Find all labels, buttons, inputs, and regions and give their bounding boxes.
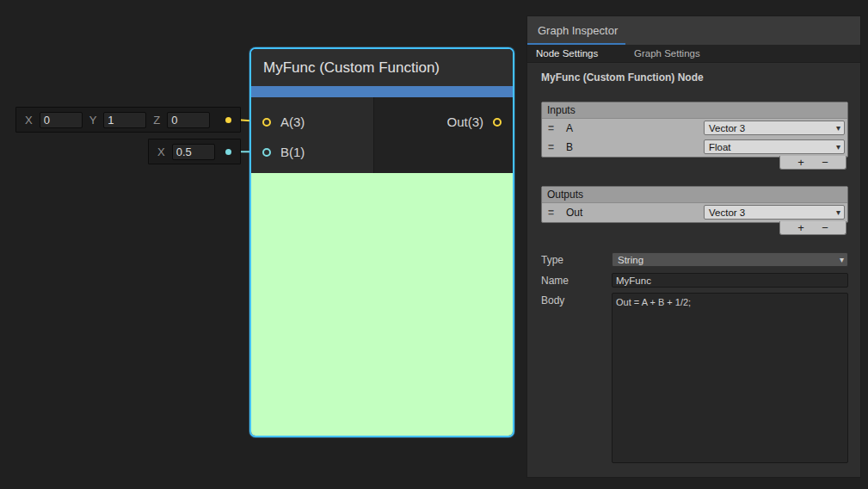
field-label-z: Z [153, 114, 160, 127]
type-select[interactable]: String ▾ [612, 252, 848, 267]
name-field[interactable] [612, 273, 848, 288]
chevron-down-icon: ▾ [836, 143, 840, 152]
float-slot-control: X [148, 139, 241, 164]
float-x-field[interactable] [172, 144, 215, 160]
add-output-button[interactable]: + [797, 222, 804, 233]
drag-handle-icon[interactable]: = [548, 122, 554, 134]
node-title: MyFunc (Custom Function) [263, 59, 440, 77]
remove-output-button[interactable]: − [822, 222, 828, 233]
node-port-area: A(3) B(1) Out(3) [251, 97, 513, 173]
add-input-button[interactable]: + [797, 157, 804, 168]
field-label-x: X [157, 145, 165, 158]
outputs-list: Outputs = Out Vector 3 ▾ [541, 186, 848, 223]
name-label: Name [541, 275, 569, 287]
inputs-list-header: Inputs [542, 102, 847, 119]
body-label: Body [541, 294, 564, 306]
output-name: Out [566, 207, 582, 219]
inputs-row-b[interactable]: = B Float ▾ [542, 138, 847, 157]
chevron-down-icon: ▾ [836, 208, 840, 217]
input-port-column: A(3) B(1) [251, 97, 374, 173]
remove-input-button[interactable]: − [822, 157, 828, 168]
outputs-list-header: Outputs [542, 187, 847, 203]
dropdown-value: Float [709, 142, 731, 152]
node-title-bar[interactable]: MyFunc (Custom Function) [251, 49, 513, 86]
type-label: Type [541, 254, 563, 266]
input-name: B [566, 141, 573, 153]
port-a-label: A(3) [280, 115, 305, 129]
vector3-x-field[interactable] [40, 112, 83, 128]
port-row-out: Out(3) [374, 107, 513, 137]
input-a-type-dropdown[interactable]: Vector 3 ▾ [704, 121, 845, 135]
outputs-row-out[interactable]: = Out Vector 3 ▾ [542, 203, 847, 222]
vector3-port-dot[interactable] [225, 117, 231, 123]
chevron-down-icon: ▾ [840, 256, 844, 264]
inspector-title-bar[interactable]: Graph Inspector [527, 16, 860, 46]
inspector-title: Graph Inspector [538, 24, 618, 37]
port-out-connector-icon[interactable] [493, 118, 502, 127]
drag-handle-icon[interactable]: = [548, 141, 554, 153]
field-label-y: Y [89, 114, 97, 127]
shader-graph-canvas[interactable]: X Y Z X MyFunc (Custom Function) A(3) [0, 0, 868, 489]
port-a-connector-icon[interactable] [262, 118, 271, 127]
float-port-dot[interactable] [225, 149, 231, 155]
node-settings-heading: MyFunc (Custom Function) Node [541, 71, 704, 84]
inputs-row-a[interactable]: = A Vector 3 ▾ [542, 119, 847, 138]
chevron-down-icon: ▾ [836, 124, 840, 133]
output-port-column: Out(3) [374, 97, 513, 173]
output-out-type-dropdown[interactable]: Vector 3 ▾ [704, 205, 845, 220]
graph-inspector-panel: Graph Inspector Node Settings Graph Sett… [526, 15, 861, 478]
node-preview [251, 173, 513, 436]
vector3-z-field[interactable] [167, 112, 210, 128]
tab-node-settings[interactable]: Node Settings [527, 45, 625, 62]
vector3-y-field[interactable] [103, 112, 146, 128]
port-b-label: B(1) [280, 145, 305, 159]
port-row-a: A(3) [251, 107, 373, 137]
drag-handle-icon[interactable]: = [548, 207, 554, 219]
port-out-label: Out(3) [446, 115, 483, 129]
inputs-list-footer: + − [779, 156, 846, 170]
tab-graph-settings[interactable]: Graph Settings [625, 45, 709, 62]
dropdown-value: Vector 3 [709, 123, 745, 133]
dropdown-value: String [618, 255, 643, 265]
field-label-x: X [25, 114, 33, 127]
inspector-tab-bar: Node Settings Graph Settings [527, 45, 860, 63]
dropdown-value: Vector 3 [709, 207, 745, 218]
port-b-connector-icon[interactable] [262, 148, 271, 157]
port-row-b: B(1) [251, 137, 373, 167]
node-accent-bar [251, 86, 513, 97]
node-myfunc-custom-function[interactable]: MyFunc (Custom Function) A(3) B(1) Out(3… [249, 47, 514, 437]
input-b-type-dropdown[interactable]: Float ▾ [704, 139, 845, 154]
body-field[interactable]: Out = A + B + 1/2; [612, 293, 848, 463]
outputs-list-footer: + − [779, 221, 846, 235]
vector3-slot-control: X Y Z [15, 107, 241, 133]
inputs-list: Inputs = A Vector 3 ▾ = B Float ▾ [541, 102, 848, 158]
input-name: A [566, 122, 573, 134]
